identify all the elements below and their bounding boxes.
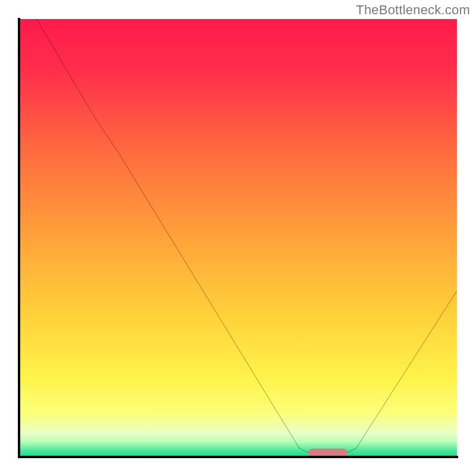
chart-plot-area	[19, 19, 457, 457]
y-axis-line	[18, 18, 20, 458]
x-axis-line	[18, 456, 458, 458]
bottleneck-curve	[19, 19, 457, 457]
watermark: TheBottleneck.com	[356, 2, 470, 18]
